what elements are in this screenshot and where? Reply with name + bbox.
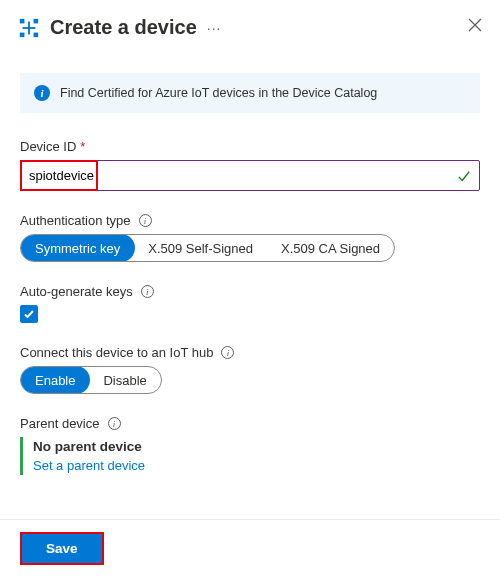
connect-hub-toggle[interactable]: Enable Disable <box>20 366 162 394</box>
auth-type-toggle[interactable]: Symmetric key X.509 Self-Signed X.509 CA… <box>20 234 395 262</box>
connect-hub-disable[interactable]: Disable <box>89 367 160 393</box>
help-icon[interactable]: i <box>108 417 121 430</box>
parent-device-label: Parent device i <box>20 416 480 431</box>
auth-type-x509-ca[interactable]: X.509 CA Signed <box>267 235 394 261</box>
auth-type-x509-self[interactable]: X.509 Self-Signed <box>134 235 267 261</box>
help-icon[interactable]: i <box>141 285 154 298</box>
auth-type-label: Authentication type i <box>20 213 480 228</box>
footer: Save <box>0 519 500 577</box>
save-highlight: Save <box>20 532 104 565</box>
info-icon: i <box>34 85 50 101</box>
panel-icon <box>18 17 40 39</box>
valid-check-icon <box>457 169 471 183</box>
connect-hub-label: Connect this device to an IoT hub i <box>20 345 480 360</box>
info-text: Find Certified for Azure IoT devices in … <box>60 86 377 100</box>
svg-rect-1 <box>34 18 39 23</box>
svg-rect-0 <box>20 18 25 23</box>
panel-title: Create a device <box>50 16 197 39</box>
auth-type-symmetric[interactable]: Symmetric key <box>20 234 135 262</box>
svg-rect-5 <box>28 21 30 34</box>
save-button[interactable]: Save <box>22 534 102 563</box>
help-icon[interactable]: i <box>139 214 152 227</box>
info-bar: i Find Certified for Azure IoT devices i… <box>20 73 480 113</box>
connect-hub-enable[interactable]: Enable <box>20 366 90 394</box>
auto-gen-checkbox[interactable] <box>20 305 38 323</box>
help-icon[interactable]: i <box>221 346 234 359</box>
svg-rect-3 <box>34 32 39 37</box>
more-button[interactable]: ··· <box>207 20 222 36</box>
device-id-input[interactable] <box>21 161 479 190</box>
set-parent-link[interactable]: Set a parent device <box>33 458 145 473</box>
required-asterisk: * <box>80 139 85 154</box>
svg-rect-2 <box>20 32 25 37</box>
auto-gen-label: Auto-generate keys i <box>20 284 480 299</box>
parent-device-status: No parent device <box>33 439 480 454</box>
close-button[interactable] <box>468 18 482 35</box>
parent-device-block: No parent device Set a parent device <box>20 437 480 475</box>
device-id-label: Device ID * <box>20 139 480 154</box>
